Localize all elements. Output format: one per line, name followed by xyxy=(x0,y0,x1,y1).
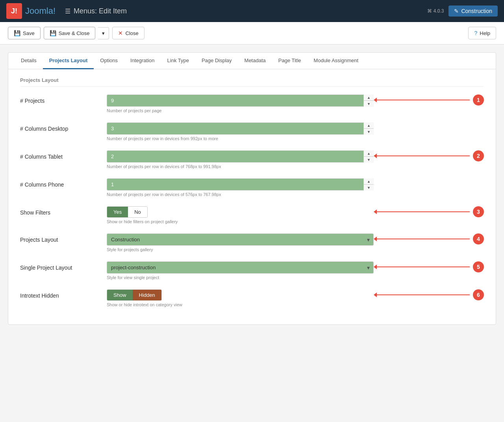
introtext-hidden-hint: Show or hide introtext on category view xyxy=(107,302,374,307)
save-label: Save xyxy=(23,30,35,36)
projects-layout-label: Projects Layout xyxy=(20,237,58,243)
version-badge: ⌘ 4.0.3 xyxy=(427,8,444,14)
chevron-down-icon: ▾ xyxy=(102,30,105,36)
num-columns-tablet-row: # Columns Tablet ▲ ▼ Number of projects … xyxy=(20,150,484,169)
badge-1: 1 xyxy=(473,94,484,106)
show-filters-no[interactable]: No xyxy=(128,207,147,217)
num-columns-tablet-hint: Number of projects per row in devices of… xyxy=(107,164,374,169)
arrow-3 xyxy=(374,209,470,214)
num-columns-tablet-label-cell: # Columns Tablet xyxy=(20,150,107,160)
num-projects-up[interactable]: ▲ xyxy=(364,94,374,101)
projects-layout-hint: Style for projects gallery xyxy=(107,247,374,252)
num-columns-desktop-wrapper: ▲ ▼ xyxy=(107,122,374,135)
num-columns-tablet-down[interactable]: ▼ xyxy=(364,157,374,163)
projects-layout-select[interactable]: Construction xyxy=(107,233,374,246)
tab-details[interactable]: Details xyxy=(15,53,43,69)
menu-icon: ☰ xyxy=(65,7,70,15)
num-columns-desktop-field: ▲ ▼ Number of projects per row in device… xyxy=(107,122,374,141)
arrow-line-5 xyxy=(377,267,470,267)
num-columns-desktop-input[interactable] xyxy=(107,122,374,135)
introtext-hidden-btn[interactable]: Hidden xyxy=(133,290,161,300)
arrow-line-6 xyxy=(377,294,470,295)
arrow-2 xyxy=(374,154,470,158)
toolbar: 💾 Save 💾 Save & Close ▾ ✕ Close ? Help xyxy=(0,22,504,44)
show-filters-label: Show Filters xyxy=(20,209,50,216)
num-columns-desktop-up[interactable]: ▲ xyxy=(364,122,374,129)
single-project-layout-select[interactable]: project-construction xyxy=(107,261,374,274)
num-projects-row: # Projects ▲ ▼ Number of projects per pa… xyxy=(20,94,484,113)
arrow-head-4 xyxy=(374,237,377,241)
show-filters-field: Yes No Show or hide filters on project g… xyxy=(107,206,374,224)
badge-2: 2 xyxy=(473,150,484,161)
num-projects-input-wrapper: ▲ ▼ xyxy=(107,94,374,107)
num-columns-desktop-row: # Columns Desktop ▲ ▼ Number of projects… xyxy=(20,122,484,141)
num-projects-down[interactable]: ▼ xyxy=(364,101,374,107)
arrow-head-1 xyxy=(374,98,377,102)
num-columns-tablet-spin: ▲ ▼ xyxy=(363,150,374,163)
single-project-layout-row: Single Project Layout project-constructi… xyxy=(20,261,484,280)
num-columns-desktop-label-cell: # Columns Desktop xyxy=(20,122,107,132)
save-close-button[interactable]: 💾 Save & Close xyxy=(44,27,96,39)
single-project-layout-field: project-construction ▾ Style for view si… xyxy=(107,261,374,280)
section-title: Projects Layout xyxy=(20,77,484,87)
tab-integration[interactable]: Integration xyxy=(124,53,161,69)
projects-layout-select-wrapper: Construction ▾ xyxy=(107,233,374,246)
introtext-hidden-row: Introtext Hidden Show Hidden Show or hid… xyxy=(20,289,484,307)
tab-link-type[interactable]: Link Type xyxy=(161,53,195,69)
num-columns-phone-up[interactable]: ▲ xyxy=(364,178,374,185)
num-projects-field: ▲ ▼ Number of projects per page xyxy=(107,94,374,113)
num-projects-label-cell: # Projects xyxy=(20,94,107,104)
introtext-hidden-toggle: Show Hidden xyxy=(107,289,162,301)
help-label: Help xyxy=(480,30,490,36)
close-icon: ✕ xyxy=(118,30,123,36)
num-columns-tablet-input[interactable] xyxy=(107,150,374,163)
arrow-4 xyxy=(374,237,470,241)
projects-layout-row: Projects Layout Construction ▾ Style for… xyxy=(20,233,484,252)
show-filters-row: Show Filters Yes No Show or hide filters… xyxy=(20,206,484,224)
tab-options[interactable]: Options xyxy=(94,53,124,69)
num-projects-hint: Number of projects per page xyxy=(107,108,374,113)
single-project-layout-hint: Style for view single project xyxy=(107,275,374,280)
show-filters-hint: Show or hide filters on project gallery xyxy=(107,219,374,224)
dropdown-button[interactable]: ▾ xyxy=(98,27,109,39)
badge-6: 6 xyxy=(473,289,484,300)
num-columns-phone-hint: Number of projects per row in devices of… xyxy=(107,192,374,197)
num-columns-desktop-label: # Columns Desktop xyxy=(20,126,68,132)
arrow-head-2 xyxy=(374,154,377,158)
tab-projects-layout[interactable]: Projects Layout xyxy=(43,53,94,69)
show-filters-yes[interactable]: Yes xyxy=(107,207,128,217)
num-columns-phone-wrapper: ▲ ▼ xyxy=(107,178,374,191)
brand-logo[interactable]: J! Joomla! xyxy=(6,3,56,19)
single-project-layout-select-wrapper: project-construction ▾ xyxy=(107,261,374,274)
num-columns-desktop-down[interactable]: ▼ xyxy=(364,129,374,135)
brand-text: Joomla! xyxy=(25,6,56,16)
save-close-label: Save & Close xyxy=(59,30,90,36)
tabs-container: Details Projects Layout Options Integrat… xyxy=(8,52,496,325)
tab-page-title[interactable]: Page Title xyxy=(272,53,308,69)
help-button[interactable]: ? Help xyxy=(468,27,496,39)
single-project-layout-annotation: 5 xyxy=(374,261,484,272)
num-columns-tablet-up[interactable]: ▲ xyxy=(364,150,374,157)
introtext-show-btn[interactable]: Show xyxy=(107,290,133,300)
num-columns-phone-spin: ▲ ▼ xyxy=(363,178,374,191)
arrow-line-3 xyxy=(377,211,470,212)
num-projects-annotation: 1 xyxy=(374,94,484,106)
tab-metadata[interactable]: Metadata xyxy=(238,53,272,69)
save-button[interactable]: 💾 Save xyxy=(8,27,41,39)
num-columns-phone-input[interactable] xyxy=(107,178,374,191)
tab-module-assignment[interactable]: Module Assignment xyxy=(308,53,365,69)
arrow-line-1 xyxy=(377,100,470,100)
projects-layout-label-cell: Projects Layout xyxy=(20,233,107,243)
num-columns-phone-row: # Columns Phone ▲ ▼ Number of projects p… xyxy=(20,178,484,197)
arrow-line-2 xyxy=(377,155,470,156)
site-button[interactable]: ✎ Construction xyxy=(448,6,498,17)
num-columns-tablet-field: ▲ ▼ Number of projects per row in device… xyxy=(107,150,374,169)
num-columns-phone-down[interactable]: ▼ xyxy=(364,185,374,191)
navbar: J! Joomla! ☰ Menus: Edit Item ⌘ 4.0.3 ✎ … xyxy=(0,0,504,22)
introtext-hidden-label: Introtext Hidden xyxy=(20,292,59,299)
close-button[interactable]: ✕ Close xyxy=(112,27,144,39)
arrow-line-4 xyxy=(377,239,470,239)
tab-page-display[interactable]: Page Display xyxy=(195,53,238,69)
num-projects-input[interactable] xyxy=(107,94,374,107)
arrow-5 xyxy=(374,265,470,269)
